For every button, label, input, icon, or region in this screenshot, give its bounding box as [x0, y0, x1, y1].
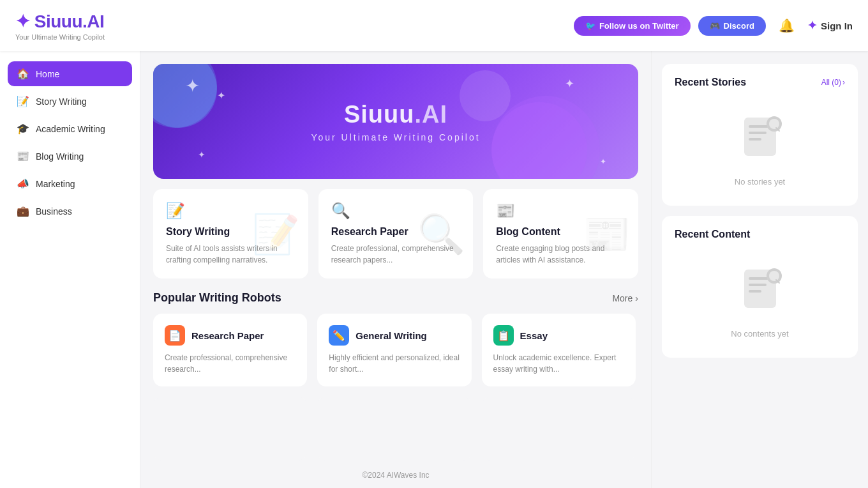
sidebar-item-home[interactable]: 🏠 Home [8, 61, 132, 86]
deco-star-1: ✦ [185, 75, 200, 96]
deco-circle-3 [460, 70, 511, 121]
empty-stories-icon [735, 111, 786, 169]
svg-rect-3 [749, 138, 761, 141]
deco-star-4: ✦ [565, 77, 574, 91]
recent-content-panel: Recent Content No contents yet [662, 216, 858, 358]
recent-stories-panel: Recent Stories All (0) › [662, 64, 858, 206]
sign-in-button[interactable]: ✦ Sign In [807, 19, 853, 33]
robot-card-desc-1: Create professional, comprehensive resea… [165, 352, 296, 375]
feature-card-research-paper[interactable]: 🔍 🔍 Research Paper Create professional, … [318, 189, 474, 278]
hero-banner: ✦ ✦ ✦ ✦ ✦ Siuuu.AI Your Ultimate Writing… [153, 64, 638, 179]
robot-card-placeholder-2 [317, 397, 471, 461]
business-icon: 💼 [17, 205, 29, 217]
main-layout: 🏠 Home 📝 Story Writing 🎓 Academic Writin… [0, 51, 868, 488]
popular-robots-title: Popular Writing Robots [153, 291, 281, 305]
robot-card-header-1: 📄 Research Paper [165, 325, 296, 346]
sidebar-item-academic-writing[interactable]: 🎓 Academic Writing [8, 116, 132, 141]
robot-icon-essay: 📋 [493, 325, 514, 346]
robot-icon-general-writing: ✏️ [329, 325, 349, 346]
robot-card-header-2: ✏️ General Writing [329, 325, 460, 346]
marketing-icon: 📣 [17, 178, 29, 190]
sidebar-item-label: Story Writing [36, 96, 87, 107]
card-bg-2: 🔍 [409, 189, 473, 278]
svg-point-5 [769, 119, 779, 129]
chevron-right-icon: › [635, 293, 638, 303]
discord-icon: 🎮 [710, 21, 720, 31]
deco-star-3: ✦ [198, 149, 206, 160]
empty-content-icon [735, 263, 786, 321]
header: ✦ Siuuu.AI Your Ultimate Writing Copilot… [0, 0, 868, 51]
recent-stories-header: Recent Stories All (0) › [675, 77, 845, 88]
banner-subtitle: Your Ultimate Writing Copilot [311, 132, 480, 142]
feature-cards-row: 📝 📝 Story Writing Suite of AI tools assi… [153, 189, 638, 278]
feature-card-story-writing[interactable]: 📝 📝 Story Writing Suite of AI tools assi… [153, 189, 308, 278]
recent-stories-title: Recent Stories [675, 77, 746, 88]
more-button[interactable]: More › [612, 293, 638, 303]
card-bg-3: 📰 [574, 189, 638, 278]
story-writing-icon: 📝 [17, 95, 29, 107]
svg-rect-9 [749, 284, 767, 286]
blog-writing-icon: 📰 [17, 150, 29, 162]
sidebar-item-label: Home [36, 69, 59, 79]
robot-card-placeholder-1 [153, 397, 307, 461]
robot-card-title-3: Essay [520, 330, 548, 341]
robot-card-research-paper[interactable]: 📄 Research Paper Create professional, co… [153, 314, 307, 386]
robot-card-general-writing[interactable]: ✏️ General Writing Highly efficient and … [317, 314, 471, 386]
robot-card-desc-3: Unlock academic excellence. Expert essay… [493, 352, 624, 375]
notification-bell-button[interactable]: 🔔 [774, 15, 800, 36]
sidebar-item-story-writing[interactable]: 📝 Story Writing [8, 89, 132, 114]
footer: ©2024 AIWaves Inc [153, 461, 638, 488]
twitter-button[interactable]: 🐦 Follow us on Twitter [574, 16, 691, 36]
robot-cards-row: 📄 Research Paper Create professional, co… [153, 314, 638, 461]
right-panel: Recent Stories All (0) › [651, 51, 868, 488]
recent-stories-all-button[interactable]: All (0) › [821, 78, 845, 87]
feature-card-blog-content[interactable]: 📰 📰 Blog Content Create engaging blog po… [483, 189, 638, 278]
logo-text: ✦ Siuuu.AI [15, 11, 156, 32]
robot-card-essay[interactable]: 📋 Essay Unlock academic excellence. Expe… [482, 314, 636, 386]
sidebar-item-label: Marketing [36, 179, 75, 189]
deco-circle-2 [491, 96, 600, 179]
chevron-right-icon: › [842, 78, 845, 87]
svg-rect-2 [749, 132, 767, 134]
sidebar-item-blog-writing[interactable]: 📰 Blog Writing [8, 144, 132, 169]
home-icon: 🏠 [17, 68, 29, 80]
deco-star-5: ✦ [600, 157, 606, 166]
robot-card-header-3: 📋 Essay [493, 325, 624, 346]
sidebar-item-label: Blog Writing [36, 151, 84, 162]
robot-card-desc-2: Highly efficient and personalized, ideal… [329, 352, 460, 375]
footer-text: ©2024 AIWaves Inc [362, 471, 429, 480]
robot-icon-research-paper: 📄 [165, 325, 185, 346]
robot-card-title-1: Research Paper [191, 330, 264, 341]
recent-content-empty-text: No contents yet [731, 329, 788, 339]
recent-content-header: Recent Content [675, 229, 845, 240]
recent-content-title: Recent Content [675, 229, 750, 240]
robot-card-placeholder-3 [482, 397, 636, 461]
sidebar-item-label: Academic Writing [36, 124, 105, 134]
popular-robots-header: Popular Writing Robots More › [153, 291, 638, 305]
sidebar-item-marketing[interactable]: 📣 Marketing [8, 171, 132, 196]
svg-rect-10 [749, 290, 761, 293]
signin-icon: ✦ [807, 19, 817, 33]
recent-content-empty: No contents yet [675, 250, 845, 345]
svg-point-12 [769, 271, 779, 281]
sidebar-item-label: Business [36, 206, 72, 217]
card-bg-1: 📝 [244, 189, 308, 278]
discord-button[interactable]: 🎮 Discord [698, 16, 766, 36]
deco-star-2: ✦ [217, 89, 225, 102]
logo-tagline: Your Ultimate Writing Copilot [15, 33, 156, 41]
sidebar: 🏠 Home 📝 Story Writing 🎓 Academic Writin… [0, 51, 140, 488]
logo-area: ✦ Siuuu.AI Your Ultimate Writing Copilot [15, 11, 156, 41]
twitter-icon: 🐦 [585, 21, 595, 31]
sidebar-item-business[interactable]: 💼 Business [8, 199, 132, 224]
recent-stories-empty: No stories yet [675, 98, 845, 193]
header-right: 🐦 Follow us on Twitter 🎮 Discord 🔔 ✦ Sig… [574, 15, 853, 36]
robot-card-title-2: General Writing [355, 330, 426, 341]
banner-title: Siuuu.AI [344, 101, 447, 128]
academic-writing-icon: 🎓 [17, 123, 29, 135]
recent-stories-empty-text: No stories yet [735, 177, 785, 187]
main-content: ✦ ✦ ✦ ✦ ✦ Siuuu.AI Your Ultimate Writing… [140, 51, 651, 488]
